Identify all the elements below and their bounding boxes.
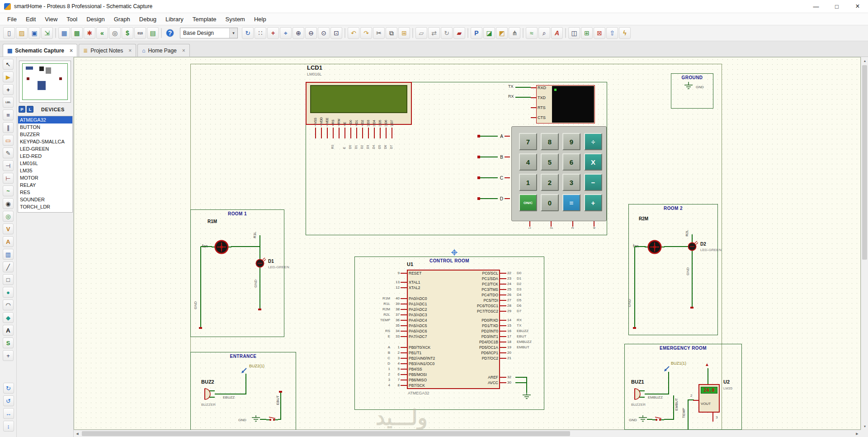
- voltage-probe-mode-icon[interactable]: V: [3, 223, 14, 234]
- design-selector[interactable]: Base Design ▾: [180, 28, 238, 38]
- open-project-icon[interactable]: ▨: [16, 27, 28, 39]
- device-list-item[interactable]: RES: [18, 189, 72, 196]
- keypad-key[interactable]: 0: [541, 194, 559, 211]
- buzzer1-symbol[interactable]: [630, 387, 646, 401]
- tab-close-icon[interactable]: ×: [70, 48, 73, 54]
- keypad-key[interactable]: 5: [541, 153, 559, 171]
- assembly-variants-icon[interactable]: 010: [134, 27, 146, 39]
- buzzer1-ref[interactable]: BUZ1: [631, 379, 644, 385]
- device-list-item[interactable]: LED-GREEN: [18, 145, 72, 152]
- system-settings-icon[interactable]: ✱: [84, 27, 95, 39]
- motor1-ref[interactable]: R1M: [208, 219, 217, 224]
- toggle-grid-icon[interactable]: ∷: [255, 27, 266, 39]
- device-list-item[interactable]: BUZZER: [18, 131, 72, 138]
- device-list-item[interactable]: MOTOR: [18, 174, 72, 181]
- keypad-key[interactable]: ON/C: [519, 194, 537, 211]
- text-script-mode-icon[interactable]: ≡: [3, 109, 14, 120]
- 2d-text-mode-icon[interactable]: A: [3, 325, 14, 336]
- vsm-studio-icon[interactable]: «: [96, 27, 108, 39]
- component-mode-icon[interactable]: ▶: [3, 71, 14, 82]
- mirror-horizontal-icon[interactable]: ↔: [3, 408, 14, 419]
- horizontal-scroll-thumb[interactable]: [82, 431, 570, 436]
- keypad-key[interactable]: 6: [562, 153, 580, 171]
- 2d-circle-mode-icon[interactable]: ●: [3, 287, 14, 298]
- keypad-key[interactable]: 2: [541, 174, 559, 191]
- device-list-item[interactable]: RELAY: [18, 181, 72, 189]
- keypad-key[interactable]: −: [584, 174, 602, 191]
- keypad-key[interactable]: 7: [519, 133, 537, 150]
- instant-edit-mode-icon[interactable]: ✎: [3, 147, 14, 158]
- keypad-key[interactable]: +: [584, 194, 602, 211]
- device-list-item[interactable]: LM016L: [18, 160, 72, 167]
- tab-schematic-capture[interactable]: ▦ Schematic Capture ×: [3, 44, 77, 57]
- search-and-tag-icon[interactable]: ⌕: [538, 27, 550, 39]
- tab-project-notes[interactable]: ≣ Project Notes ×: [79, 44, 136, 57]
- wire-autorouter-icon[interactable]: ≈: [526, 27, 538, 39]
- tab-home-page[interactable]: ⌂ Home Page ×: [137, 44, 190, 57]
- motor2-symbol[interactable]: [645, 237, 665, 257]
- button2-symbol[interactable]: [266, 416, 278, 422]
- keypad-key[interactable]: ÷: [584, 133, 602, 150]
- decompose-icon[interactable]: ⋔: [509, 27, 520, 39]
- device-list-item[interactable]: LM35: [18, 167, 72, 174]
- inter-sheet-terminal-mode-icon[interactable]: ⊣: [3, 160, 14, 171]
- voltage-probe-icon[interactable]: [663, 366, 670, 373]
- schematic-canvas[interactable]: LCD1 LM016L VSS 1 VDD 2: [74, 57, 861, 430]
- tab-close-icon[interactable]: ×: [128, 48, 132, 54]
- import-project-icon[interactable]: ⇲: [41, 27, 53, 39]
- motor2-ref[interactable]: R2M: [639, 216, 648, 221]
- virtual-instruments-mode-icon[interactable]: ▥: [3, 249, 14, 260]
- undo-icon[interactable]: ↶: [348, 27, 359, 39]
- device-list-item[interactable]: BUTTON: [18, 124, 72, 131]
- keypad-key[interactable]: 9: [562, 133, 580, 150]
- led1-ref[interactable]: D1: [268, 259, 274, 264]
- redo-icon[interactable]: ↷: [360, 27, 372, 39]
- library-manager-icon[interactable]: ▤: [147, 27, 159, 39]
- device-list-item[interactable]: ATMEGA32: [18, 116, 72, 124]
- scroll-down-icon[interactable]: ▼: [861, 423, 868, 430]
- buzzer2-ref[interactable]: BUZ2: [201, 379, 214, 385]
- temp-up-arrow-icon[interactable]: ▲: [705, 362, 709, 367]
- menu-item[interactable]: Library: [161, 14, 188, 24]
- close-button[interactable]: ×: [847, 0, 868, 13]
- pick-parts-icon[interactable]: P: [471, 27, 482, 39]
- selection-mode-icon[interactable]: ↖: [3, 59, 14, 70]
- vertical-scrollbar[interactable]: ▲ ▼: [861, 57, 868, 430]
- keypad-key[interactable]: 1: [519, 174, 537, 191]
- paste-icon[interactable]: ⊞: [398, 27, 410, 39]
- keypad-key[interactable]: 8: [541, 133, 559, 150]
- block-copy-icon[interactable]: ▱: [415, 27, 427, 39]
- new-project-icon[interactable]: ▯: [3, 27, 15, 39]
- buzzer2-symbol[interactable]: [200, 387, 216, 401]
- scroll-up-icon[interactable]: ▲: [861, 57, 868, 64]
- pick-device-button[interactable]: P: [19, 106, 25, 113]
- menu-item[interactable]: Graph: [109, 14, 135, 24]
- remove-sheet-icon[interactable]: ⊠: [594, 27, 605, 39]
- save-project-icon[interactable]: ▣: [28, 27, 40, 39]
- menu-item[interactable]: Template: [188, 14, 221, 24]
- copy-icon[interactable]: ⧉: [386, 27, 397, 39]
- property-assignment-icon[interactable]: A: [551, 27, 563, 39]
- buses-mode-icon[interactable]: ∥: [3, 122, 14, 133]
- zoom-all-icon[interactable]: ⊙: [318, 27, 330, 39]
- graph-mode-icon[interactable]: ~: [3, 185, 14, 196]
- menu-item[interactable]: Tool: [62, 14, 82, 24]
- 2d-line-mode-icon[interactable]: ╱: [3, 261, 14, 272]
- 2d-box-mode-icon[interactable]: □: [3, 274, 14, 285]
- library-button[interactable]: L: [27, 106, 33, 113]
- block-move-icon[interactable]: ⇄: [428, 27, 440, 39]
- menu-item[interactable]: Edit: [21, 14, 40, 24]
- led2-symbol[interactable]: [686, 241, 698, 252]
- rotate-clockwise-icon[interactable]: ↻: [3, 383, 14, 394]
- schematic-capture-icon[interactable]: ▦: [58, 27, 70, 39]
- help-icon[interactable]: ?: [166, 29, 174, 37]
- pcb-layout-icon[interactable]: ▩: [71, 27, 83, 39]
- keypad-key[interactable]: X: [584, 153, 602, 171]
- new-root-sheet-icon[interactable]: ⊞: [581, 27, 593, 39]
- current-probe-mode-icon[interactable]: A: [3, 236, 14, 247]
- lcd-ref[interactable]: LCD1: [307, 64, 322, 71]
- maximize-button[interactable]: □: [826, 0, 847, 13]
- scroll-right-icon[interactable]: ▶: [854, 430, 861, 437]
- exit-to-parent-icon[interactable]: ⇧: [606, 27, 618, 39]
- 2d-arc-mode-icon[interactable]: ◠: [3, 299, 14, 310]
